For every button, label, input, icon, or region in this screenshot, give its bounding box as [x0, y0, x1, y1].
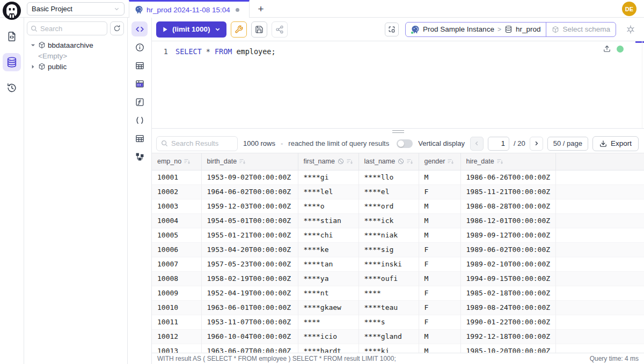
table-cell[interactable]: M: [419, 199, 460, 213]
table-cell[interactable]: ****niak: [358, 228, 419, 242]
format-sql-icon[interactable]: [385, 23, 399, 36]
column-header-birth_date[interactable]: birth_date: [201, 153, 298, 170]
table-cell[interactable]: ****: [298, 315, 358, 329]
table-cell[interactable]: 1989-08-24T00:00:00Z: [460, 300, 555, 315]
table-cell[interactable]: 1985-11-21T00:00:00Z: [460, 184, 555, 199]
data-grid-icon[interactable]: [131, 76, 148, 91]
table-cell[interactable]: 10009: [152, 286, 201, 300]
table-cell[interactable]: F: [419, 315, 460, 329]
table-cell[interactable]: ****nt: [298, 286, 358, 300]
page-size-selector[interactable]: 50 / page: [547, 137, 588, 151]
table-cell[interactable]: 1989-06-02T00:00:00Z: [460, 242, 555, 257]
run-query-button[interactable]: (limit 1000): [156, 21, 226, 38]
table-cell[interactable]: 10008: [152, 271, 201, 286]
schema-selector[interactable]: Select schema: [546, 23, 616, 36]
share-icon[interactable]: [272, 21, 288, 38]
table-cell[interactable]: 1989-09-12T00:00:00Z: [460, 228, 555, 242]
table-cell[interactable]: 1960-10-04T00:00:00Z: [201, 329, 298, 344]
table-cell[interactable]: 1986-12-01T00:00:00Z: [460, 213, 555, 228]
column-header-gender[interactable]: gender: [419, 153, 460, 170]
table-cell[interactable]: 1953-04-20T00:00:00Z: [201, 242, 298, 257]
ai-assistant-icon[interactable]: [623, 22, 639, 37]
code-line[interactable]: 1 SELECT * FROM employee;: [152, 41, 644, 57]
table-cell[interactable]: 1953-11-07T00:00:00Z: [201, 315, 298, 329]
table-cell[interactable]: F: [419, 286, 460, 300]
table-cell[interactable]: ****hardt: [298, 344, 358, 353]
table-cell[interactable]: F: [419, 300, 460, 315]
panel-resize-handle[interactable]: [152, 128, 644, 134]
table-cell[interactable]: ****teau: [358, 300, 419, 315]
column-header-hire_date[interactable]: hire_date: [460, 153, 555, 170]
column-header-last_name[interactable]: last_name: [358, 153, 419, 170]
bytebase-logo-icon[interactable]: [2, 1, 21, 20]
table-cell[interactable]: 1985-02-18T00:00:00Z: [460, 286, 555, 300]
table-row[interactable]: 100091952-04-19T00:00:00Z****nt****F1985…: [152, 286, 644, 300]
table-cell[interactable]: ****ick: [358, 213, 419, 228]
tree-search[interactable]: [27, 21, 107, 35]
table-cell[interactable]: 1989-02-10T00:00:00Z: [460, 257, 555, 271]
table-row[interactable]: 100071957-05-23T00:00:00Z****tan****insk…: [152, 257, 644, 271]
table-cell[interactable]: 1952-04-19T00:00:00Z: [201, 286, 298, 300]
sort-icon[interactable]: [239, 159, 246, 165]
results-table-container[interactable]: emp_nobirth_datefirst_namelast_namegende…: [152, 153, 644, 353]
table-cell[interactable]: 10010: [152, 300, 201, 315]
info-icon[interactable]: [131, 40, 148, 55]
table-cell[interactable]: 10012: [152, 329, 201, 344]
upload-icon[interactable]: [603, 45, 611, 53]
editor-scrollbar[interactable]: [635, 41, 644, 43]
table-cell[interactable]: ****el: [358, 184, 419, 199]
tables-icon[interactable]: [131, 58, 148, 73]
avatar[interactable]: DE: [622, 2, 636, 16]
results-search-input[interactable]: [171, 139, 233, 147]
table-cell[interactable]: 10005: [152, 228, 201, 242]
sort-icon[interactable]: [448, 159, 454, 165]
table-row[interactable]: 100111953-11-07T00:00:00Z********sF1990-…: [152, 315, 644, 329]
sort-icon[interactable]: [497, 159, 503, 165]
sql-editor[interactable]: 1 SELECT * FROM employee;: [152, 41, 644, 128]
table-row[interactable]: 100041954-05-01T00:00:00Z****stian****ic…: [152, 213, 644, 228]
table-cell[interactable]: 10006: [152, 242, 201, 257]
table-cell[interactable]: ****s: [358, 315, 419, 329]
table-cell[interactable]: ****tan: [298, 257, 358, 271]
table-cell[interactable]: 1959-12-03T00:00:00Z: [201, 199, 298, 213]
table-cell[interactable]: 1954-05-01T00:00:00Z: [201, 213, 298, 228]
table-cell[interactable]: M: [419, 271, 460, 286]
table-cell[interactable]: ****gland: [358, 329, 419, 344]
table-row[interactable]: 100081958-02-19T00:00:00Z****ya****oufiM…: [152, 271, 644, 286]
results-search[interactable]: [156, 136, 238, 151]
table-cell[interactable]: ****ord: [358, 199, 419, 213]
table-row[interactable]: 100101963-06-01T00:00:00Z****gkaew****te…: [152, 300, 644, 315]
page-number-input[interactable]: [488, 137, 509, 151]
table-cell[interactable]: ****: [358, 286, 419, 300]
worksheet-icon[interactable]: [3, 27, 21, 46]
table-cell[interactable]: ****o: [298, 199, 358, 213]
table-cell[interactable]: ****icio: [298, 329, 358, 344]
table-row[interactable]: 100061953-04-20T00:00:00Z****ke****sigF1…: [152, 242, 644, 257]
table-cell[interactable]: 10001: [152, 170, 201, 184]
table-cell[interactable]: ****chi: [298, 228, 358, 242]
table-cell[interactable]: 1958-02-19T00:00:00Z: [201, 271, 298, 286]
table-row[interactable]: 100121960-10-04T00:00:00Z****icio****gla…: [152, 329, 644, 344]
table-cell[interactable]: 1992-12-18T00:00:00Z: [460, 329, 555, 344]
tree-search-input[interactable]: [40, 25, 104, 33]
schema-diagram-icon[interactable]: [131, 149, 148, 164]
history-icon[interactable]: [3, 79, 21, 97]
table-cell[interactable]: 10013: [152, 344, 201, 353]
table-cell[interactable]: M: [419, 170, 460, 184]
prev-page-button[interactable]: [470, 137, 484, 151]
new-tab-button[interactable]: +: [253, 2, 268, 17]
column-header-first_name[interactable]: first_name: [298, 153, 358, 170]
table-cell[interactable]: 1990-01-22T00:00:00Z: [460, 315, 555, 329]
database-icon[interactable]: [3, 53, 21, 71]
table-row[interactable]: 100031959-12-03T00:00:00Z****o****ordM19…: [152, 199, 644, 213]
table-cell[interactable]: 1994-09-15T00:00:00Z: [460, 271, 555, 286]
table-cell[interactable]: 1957-05-23T00:00:00Z: [201, 257, 298, 271]
table-row[interactable]: 100051955-01-21T00:00:00Z****chi****niak…: [152, 228, 644, 242]
project-selector[interactable]: Basic Project: [27, 2, 125, 16]
tree-item-bbdataarchive[interactable]: bbdataarchive: [24, 40, 127, 50]
table-cell[interactable]: 1985-10-20T00:00:00Z: [460, 344, 555, 353]
table-cell[interactable]: 10002: [152, 184, 201, 199]
table-cell[interactable]: F: [419, 242, 460, 257]
column-header-emp_no[interactable]: emp_no: [152, 153, 201, 170]
table-cell[interactable]: 1963-06-01T00:00:00Z: [201, 300, 298, 315]
